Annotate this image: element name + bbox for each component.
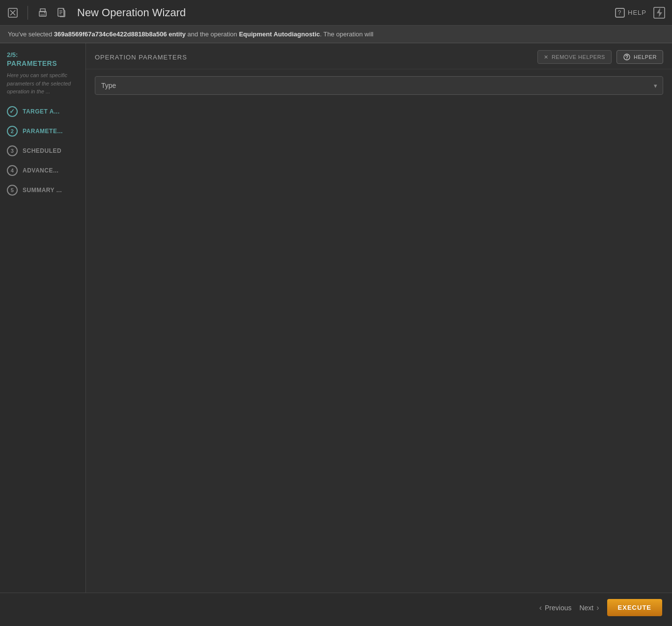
- page-title: New Operation Wizard: [77, 6, 186, 19]
- sidebar-item-target-label: TARGET A...: [23, 108, 60, 115]
- banner-middle: and the operation: [186, 30, 239, 38]
- divider: [28, 6, 28, 20]
- print-icon[interactable]: [36, 6, 50, 20]
- sidebar: 2/5: PARAMETERS Here you can set specifi…: [0, 43, 86, 593]
- step-number-2: 2: [7, 126, 18, 137]
- sidebar-item-scheduled-label: SCHEDULED: [23, 147, 61, 154]
- previous-button[interactable]: ‹ Previous: [539, 603, 572, 612]
- banner-operation: Equipment Autodiagnostic: [239, 30, 320, 38]
- svg-rect-5: [40, 14, 45, 16]
- type-dropdown-wrapper[interactable]: Type: [95, 76, 663, 95]
- content-header: OPERATION PARAMETERS ✕ REMOVE HELPERS HE…: [86, 43, 672, 69]
- sidebar-item-parameters-label: PARAMETE...: [23, 128, 63, 135]
- step-label: 2/5:: [0, 49, 85, 59]
- step-number-3: 3: [7, 145, 18, 156]
- document-icon[interactable]: [55, 6, 68, 20]
- sidebar-item-advanced[interactable]: 4 ADVANCE...: [0, 161, 85, 180]
- sidebar-item-parameters[interactable]: 2 PARAMETE...: [0, 121, 85, 141]
- svg-point-6: [44, 12, 45, 13]
- content-area: OPERATION PARAMETERS ✕ REMOVE HELPERS HE…: [86, 43, 672, 593]
- help-label: HELP: [628, 9, 646, 16]
- step-title: PARAMETERS: [0, 59, 85, 71]
- step-description: Here you can set specific parameters of …: [0, 71, 85, 102]
- next-label: Next: [579, 604, 593, 612]
- type-dropdown[interactable]: Type: [95, 76, 663, 95]
- next-chevron-icon: ›: [596, 603, 599, 612]
- sidebar-item-summary-label: SUMMARY ...: [23, 187, 62, 194]
- banner-entity: 369a8569f67a734c6e422d8818b8a506 entity: [54, 30, 186, 38]
- lightning-icon[interactable]: [652, 6, 666, 20]
- title-bar: New Operation Wizard ? HELP: [0, 0, 672, 26]
- bottom-bar: ‹ Previous Next › EXECUTE: [0, 593, 672, 622]
- main-layout: 2/5: PARAMETERS Here you can set specifi…: [0, 43, 672, 593]
- prev-chevron-icon: ‹: [539, 603, 542, 612]
- helper-icon: [623, 53, 631, 61]
- info-banner: You've selected 369a8569f67a734c6e422d88…: [0, 26, 672, 43]
- svg-text:?: ?: [618, 9, 622, 16]
- help-button[interactable]: ? HELP: [615, 8, 646, 18]
- previous-label: Previous: [545, 604, 571, 612]
- title-bar-right: ? HELP: [615, 6, 666, 20]
- helper-button[interactable]: HELPER: [616, 50, 663, 64]
- next-button[interactable]: Next ›: [579, 603, 599, 612]
- execute-label: EXECUTE: [618, 604, 651, 611]
- step-check-icon: ✓: [7, 106, 18, 117]
- close-icon[interactable]: [6, 6, 20, 20]
- remove-helpers-button[interactable]: ✕ REMOVE HELPERS: [537, 50, 612, 64]
- svg-point-15: [626, 58, 627, 59]
- banner-suffix: . The operation will: [320, 30, 373, 38]
- remove-helpers-label: REMOVE HELPERS: [552, 54, 605, 60]
- banner-prefix: You've selected: [8, 30, 54, 38]
- sidebar-item-target[interactable]: ✓ TARGET A...: [0, 102, 85, 121]
- sidebar-item-advanced-label: ADVANCE...: [23, 167, 58, 174]
- content-title: OPERATION PARAMETERS: [95, 54, 187, 61]
- step-number-5: 5: [7, 185, 18, 196]
- execute-button[interactable]: EXECUTE: [607, 599, 662, 616]
- remove-helpers-x: ✕: [544, 54, 549, 60]
- title-bar-left: New Operation Wizard: [6, 6, 186, 20]
- header-buttons: ✕ REMOVE HELPERS HELPER: [537, 50, 663, 64]
- step-number-4: 4: [7, 165, 18, 176]
- sidebar-item-summary[interactable]: 5 SUMMARY ...: [0, 180, 85, 200]
- sidebar-item-scheduled[interactable]: 3 SCHEDULED: [0, 141, 85, 161]
- content-body: Type: [86, 69, 672, 102]
- helper-label: HELPER: [634, 54, 657, 60]
